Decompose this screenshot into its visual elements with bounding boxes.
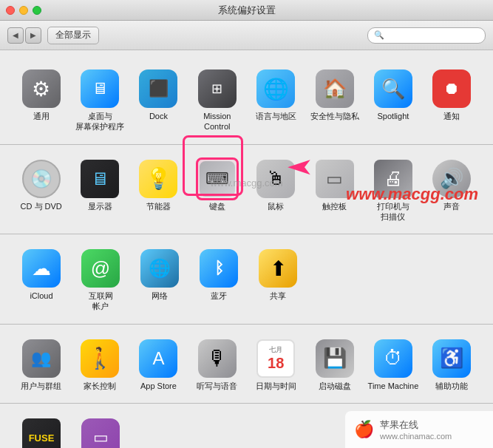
icon-item-desktop[interactable]: 🖥 桌面与屏幕保护程序 xyxy=(70,64,129,135)
icon-item-cddvd[interactable]: 💿 CD 与 DVD xyxy=(12,154,70,214)
bluetooth-icon: ᛒ xyxy=(200,249,238,288)
dock-icon: ⬛ xyxy=(139,69,177,108)
mouse-label: 鼠标 xyxy=(268,201,284,211)
section1-row: ⚙ 通用 🖥 桌面与屏幕保护程序 ⬛ Dock ⊞ Mis xyxy=(12,64,481,135)
back-button[interactable]: ◀ xyxy=(7,27,24,44)
icon-item-spotlight[interactable]: 🔍 Spotlight xyxy=(364,64,422,124)
forward-button[interactable]: ▶ xyxy=(25,27,41,44)
icon-item-security[interactable]: 🏠 安全性与隐私 xyxy=(305,64,364,124)
maximize-button[interactable] xyxy=(33,6,41,15)
icon-item-general[interactable]: ⚙ 通用 xyxy=(12,64,70,124)
icon-item-sound[interactable]: 🔊 声音 xyxy=(423,154,481,214)
startup-icon: 💾 xyxy=(316,339,354,378)
share-icon: ⬆ xyxy=(259,249,297,288)
section-hardware: 💿 CD 与 DVD 🖥 显示器 💡 节能器 ⌨ xyxy=(0,148,493,231)
accessibility-icon: ♿ xyxy=(432,339,471,378)
fuse-icon: FUSE xyxy=(22,418,61,448)
icon-item-mission[interactable]: ⊞ MissionControl xyxy=(188,64,246,135)
icon-item-keyboard[interactable]: ⌨ 键盘 xyxy=(188,154,246,214)
bottom-bar: 🍎 苹果在线 www.chinamac.com xyxy=(345,411,493,448)
timemachine-icon: ⏱ xyxy=(374,339,412,378)
section-system: 👥 用户与群组 🚶 家长控制 A App Store 🎙 xyxy=(0,327,493,400)
icon-item-network[interactable]: 🌐 网络 xyxy=(130,243,189,304)
notif-label: 通知 xyxy=(443,111,460,121)
mission-label: MissionControl xyxy=(203,111,231,132)
hyperdock-icon: ▭ xyxy=(81,418,120,448)
section3-row: ☁ iCloud @ 互联网帐户 🌐 网络 ᛒ 蓝牙 xyxy=(12,243,481,315)
general-icon: ⚙ xyxy=(22,69,61,108)
parental-icon: 🚶 xyxy=(81,339,119,378)
energy-label: 节能器 xyxy=(146,201,171,211)
show-all-button[interactable]: 全部显示 xyxy=(47,27,99,44)
icon-item-hyperdock[interactable]: ▭ HyperDock xyxy=(71,413,130,448)
icon-item-accessibility[interactable]: ♿ 辅助功能 xyxy=(423,333,481,394)
users-icon: 👥 xyxy=(22,339,61,378)
icon-item-printer[interactable]: 🖨 打印机与扫描仪 xyxy=(364,154,422,225)
icon-item-internet[interactable]: @ 互联网帐户 xyxy=(71,243,130,315)
icon-item-dock[interactable]: ⬛ Dock xyxy=(129,64,188,124)
desktop-label: 桌面与屏幕保护程序 xyxy=(75,111,124,132)
section-internet: ☁ iCloud @ 互联网帐户 🌐 网络 ᛒ 蓝牙 xyxy=(0,237,493,321)
title-bar: 系统偏好设置 xyxy=(0,0,493,21)
icon-item-energy[interactable]: 💡 节能器 xyxy=(129,154,188,214)
icon-item-share[interactable]: ⬆ 共享 xyxy=(248,243,307,304)
icon-item-notif[interactable]: ⏺ 通知 xyxy=(423,64,481,124)
general-label: 通用 xyxy=(33,111,50,121)
section4-row: 👥 用户与群组 🚶 家长控制 A App Store 🎙 xyxy=(12,333,481,394)
dock-label: Dock xyxy=(149,111,168,121)
minimize-button[interactable] xyxy=(19,6,28,15)
icloud-icon: ☁ xyxy=(22,249,61,288)
icon-item-datetime[interactable]: 七月 18 日期与时间 xyxy=(247,333,305,394)
parental-label: 家长控制 xyxy=(84,381,116,391)
toolbar: ◀ ▶ 全部显示 🔍 xyxy=(0,21,493,50)
sound-icon: 🔊 xyxy=(432,160,471,198)
timemachine-label: Time Machine xyxy=(368,381,419,391)
bottom-url: www.chinamac.com xyxy=(380,432,452,441)
startup-label: 启动磁盘 xyxy=(319,381,351,391)
icon-item-users[interactable]: 👥 用户与群组 xyxy=(12,333,70,394)
window-controls xyxy=(6,6,41,15)
icloud-label: iCloud xyxy=(30,291,52,301)
icon-item-lang[interactable]: 🌐 语言与地区 xyxy=(247,64,305,124)
users-label: 用户与群组 xyxy=(21,381,61,391)
icon-item-fuse[interactable]: FUSE FUSE for OS X xyxy=(12,413,71,448)
section-personal: ⚙ 通用 🖥 桌面与屏幕保护程序 ⬛ Dock ⊞ Mis xyxy=(0,58,493,141)
mouse-icon: 🖱 xyxy=(256,160,295,198)
icon-item-parental[interactable]: 🚶 家长控制 xyxy=(70,333,129,394)
printer-label: 打印机与扫描仪 xyxy=(377,201,409,223)
icon-item-bluetooth[interactable]: ᛒ 蓝牙 xyxy=(189,243,248,304)
lang-label: 语言与地区 xyxy=(256,111,296,121)
dictation-icon: 🎙 xyxy=(198,339,237,378)
icon-item-trackpad[interactable]: ▭ 触控板 xyxy=(305,154,364,214)
close-button[interactable] xyxy=(6,6,15,15)
mission-icon: ⊞ xyxy=(198,69,237,108)
search-input[interactable] xyxy=(387,30,476,41)
icon-item-dictation[interactable]: 🎙 听写与语音 xyxy=(188,333,246,394)
trackpad-icon: ▭ xyxy=(316,160,354,198)
bottom-title: 苹果在线 xyxy=(380,418,452,432)
icon-item-icloud[interactable]: ☁ iCloud xyxy=(12,243,71,304)
security-label: 安全性与隐私 xyxy=(310,111,359,121)
icon-item-timemachine[interactable]: ⏱ Time Machine xyxy=(364,333,422,394)
window-title: 系统偏好设置 xyxy=(218,4,276,17)
internet-icon: @ xyxy=(81,249,120,288)
spotlight-label: Spotlight xyxy=(378,111,409,121)
appstore-icon: A xyxy=(139,339,177,378)
section2-row: 💿 CD 与 DVD 🖥 显示器 💡 节能器 ⌨ xyxy=(12,154,481,225)
search-box[interactable]: 🔍 xyxy=(367,27,486,44)
security-icon: 🏠 xyxy=(316,69,354,108)
bottom-info: 苹果在线 www.chinamac.com xyxy=(380,418,452,441)
icon-item-startup[interactable]: 💾 启动磁盘 xyxy=(305,333,364,394)
datetime-label: 日期与时间 xyxy=(256,381,296,391)
icon-item-display[interactable]: 🖥 显示器 xyxy=(70,154,129,214)
divider3 xyxy=(0,324,493,325)
lang-icon: 🌐 xyxy=(256,69,295,108)
icon-item-appstore[interactable]: A App Store xyxy=(129,333,188,394)
desktop-icon: 🖥 xyxy=(81,69,119,108)
divider1 xyxy=(0,144,493,145)
nav-buttons: ◀ ▶ xyxy=(7,27,41,44)
icon-item-mouse[interactable]: 🖱 鼠标 xyxy=(247,154,305,214)
trackpad-label: 触控板 xyxy=(322,201,347,211)
keyboard-label: 键盘 xyxy=(209,201,225,211)
display-label: 显示器 xyxy=(88,201,112,211)
